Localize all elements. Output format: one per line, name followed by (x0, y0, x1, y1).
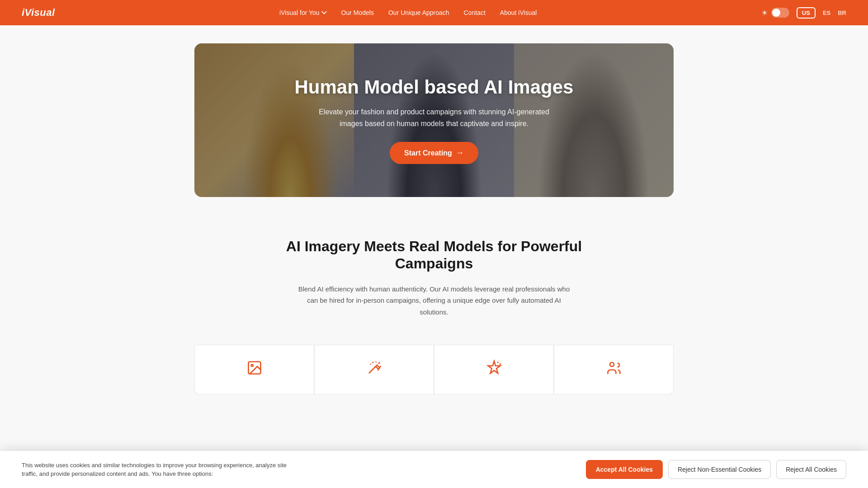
sparkle-icon (445, 360, 542, 376)
svg-line-9 (497, 362, 498, 363)
svg-line-5 (377, 370, 378, 371)
features-body: Blend AI efficiency with human authentic… (294, 283, 574, 318)
nav-our-models[interactable]: Our Models (341, 9, 374, 16)
sun-icon: ☀ (761, 9, 768, 17)
features-title: AI Imagery Meets Real Models for Powerfu… (269, 238, 599, 272)
hero-content: Human Model based AI Images Elevate your… (277, 76, 592, 164)
lang-es-link[interactable]: ES (823, 9, 830, 16)
svg-line-10 (500, 364, 501, 365)
feature-cards (194, 345, 674, 394)
svg-line-2 (369, 366, 376, 373)
feature-card-3 (434, 345, 554, 394)
svg-line-3 (378, 362, 380, 364)
navbar: iVisual iVisual for You Our Models Our U… (0, 0, 868, 25)
lang-br-link[interactable]: BR (838, 9, 846, 16)
image-icon (206, 360, 303, 376)
hero-subtitle: Elevate your fashion and product campaig… (316, 106, 552, 129)
svg-point-12 (610, 362, 614, 366)
arrow-right-icon: → (456, 148, 464, 158)
nav-menu: iVisual for You Our Models Our Unique Ap… (279, 9, 537, 16)
hero-title: Human Model based AI Images (295, 76, 574, 98)
feature-card-1 (194, 345, 314, 394)
theme-toggle: ☀ (761, 8, 789, 18)
svg-line-4 (370, 364, 371, 365)
lang-us-button[interactable]: US (797, 7, 816, 19)
start-creating-button[interactable]: Start Creating → (390, 142, 478, 164)
nav-ivisual-for-you[interactable]: iVisual for You (279, 9, 326, 16)
svg-point-1 (251, 365, 253, 367)
dark-mode-toggle[interactable] (771, 8, 789, 18)
people-icon (565, 360, 662, 376)
nav-about[interactable]: About iVisual (500, 9, 537, 16)
nav-unique-approach[interactable]: Our Unique Approach (388, 9, 449, 16)
features-section-header: AI Imagery Meets Real Models for Powerfu… (258, 215, 610, 327)
hero-section: Human Model based AI Images Elevate your… (194, 43, 674, 197)
logo: iVisual (22, 7, 55, 19)
navbar-right: ☀ US ES BR (761, 7, 846, 19)
svg-line-8 (376, 362, 377, 363)
nav-contact[interactable]: Contact (464, 9, 486, 16)
feature-card-2 (314, 345, 434, 394)
magic-wand-icon (326, 360, 423, 376)
feature-card-4 (554, 345, 674, 394)
